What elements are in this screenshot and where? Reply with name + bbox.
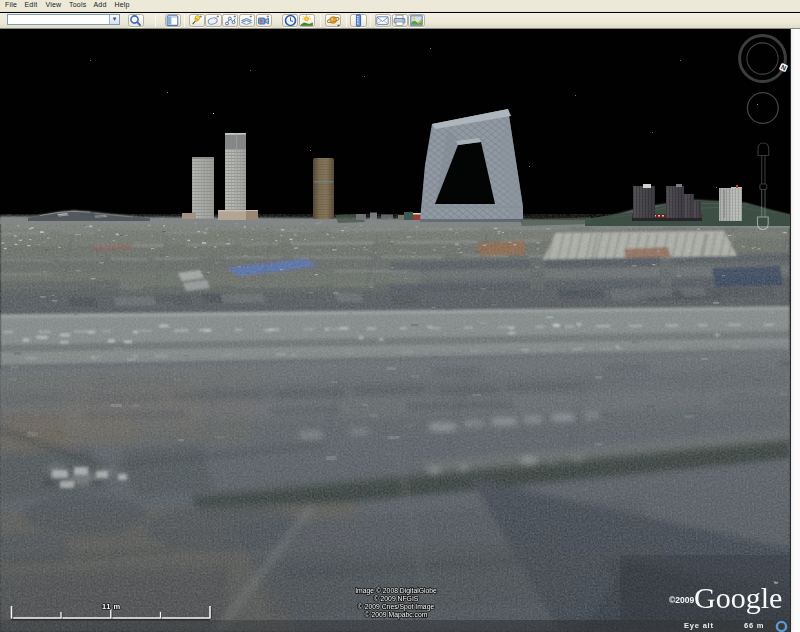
- svg-text:Image © 2008 DigitalGlobe: Image © 2008 DigitalGlobe: [355, 587, 437, 595]
- svg-text:11 m: 11 m: [102, 602, 121, 611]
- svg-text:© 2009 Cnes/Spot Image: © 2009 Cnes/Spot Image: [358, 603, 435, 611]
- svg-text:66 m: 66 m: [744, 621, 764, 630]
- svg-text:Eye alt: Eye alt: [684, 621, 714, 630]
- svg-text:™: ™: [773, 580, 778, 586]
- svg-text:Google: Google: [694, 581, 782, 614]
- svg-text:© 2009 NFGIS: © 2009 NFGIS: [374, 595, 419, 602]
- svg-text:©2009: ©2009: [669, 595, 694, 605]
- svg-text:© 2009 Mapabc.com: © 2009 Mapabc.com: [365, 611, 428, 619]
